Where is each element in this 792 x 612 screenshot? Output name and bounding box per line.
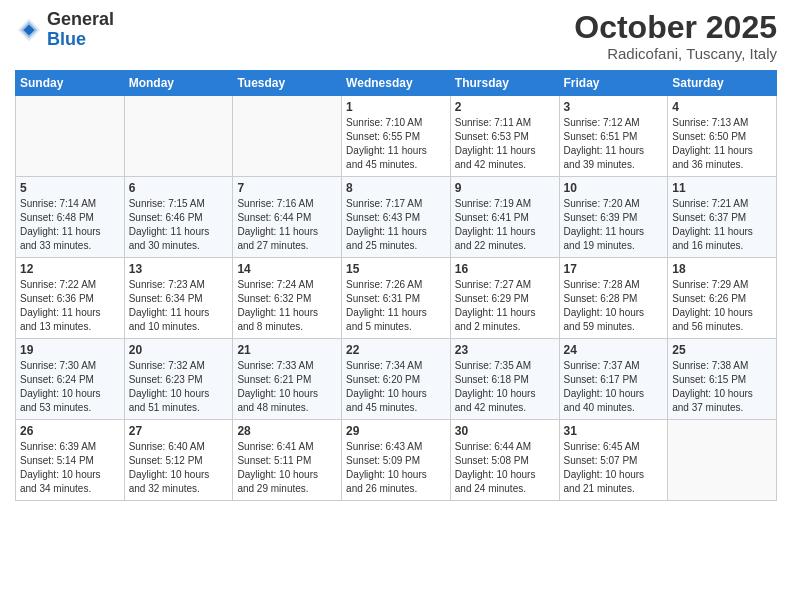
cell-sun-info: Sunrise: 6:45 AMSunset: 5:07 PMDaylight:…	[564, 440, 664, 496]
cell-sun-info: Sunrise: 7:29 AMSunset: 6:26 PMDaylight:…	[672, 278, 772, 334]
cell-sun-info: Sunrise: 7:27 AMSunset: 6:29 PMDaylight:…	[455, 278, 555, 334]
day-number: 19	[20, 343, 120, 357]
cell-sun-info: Sunrise: 7:11 AMSunset: 6:53 PMDaylight:…	[455, 116, 555, 172]
cell-sun-info: Sunrise: 7:26 AMSunset: 6:31 PMDaylight:…	[346, 278, 446, 334]
calendar-cell: 27Sunrise: 6:40 AMSunset: 5:12 PMDayligh…	[124, 420, 233, 501]
day-number: 6	[129, 181, 229, 195]
cell-sun-info: Sunrise: 7:13 AMSunset: 6:50 PMDaylight:…	[672, 116, 772, 172]
calendar-cell: 16Sunrise: 7:27 AMSunset: 6:29 PMDayligh…	[450, 258, 559, 339]
calendar-cell: 20Sunrise: 7:32 AMSunset: 6:23 PMDayligh…	[124, 339, 233, 420]
calendar-cell: 11Sunrise: 7:21 AMSunset: 6:37 PMDayligh…	[668, 177, 777, 258]
cell-sun-info: Sunrise: 7:37 AMSunset: 6:17 PMDaylight:…	[564, 359, 664, 415]
calendar-cell: 13Sunrise: 7:23 AMSunset: 6:34 PMDayligh…	[124, 258, 233, 339]
logo-text: General Blue	[47, 10, 114, 50]
calendar-week-row: 12Sunrise: 7:22 AMSunset: 6:36 PMDayligh…	[16, 258, 777, 339]
cell-sun-info: Sunrise: 6:43 AMSunset: 5:09 PMDaylight:…	[346, 440, 446, 496]
calendar-cell: 7Sunrise: 7:16 AMSunset: 6:44 PMDaylight…	[233, 177, 342, 258]
cell-sun-info: Sunrise: 7:15 AMSunset: 6:46 PMDaylight:…	[129, 197, 229, 253]
cell-sun-info: Sunrise: 7:19 AMSunset: 6:41 PMDaylight:…	[455, 197, 555, 253]
calendar-cell: 3Sunrise: 7:12 AMSunset: 6:51 PMDaylight…	[559, 96, 668, 177]
calendar-header-row: Sunday Monday Tuesday Wednesday Thursday…	[16, 71, 777, 96]
day-number: 17	[564, 262, 664, 276]
calendar-cell: 2Sunrise: 7:11 AMSunset: 6:53 PMDaylight…	[450, 96, 559, 177]
day-number: 13	[129, 262, 229, 276]
day-number: 15	[346, 262, 446, 276]
cell-sun-info: Sunrise: 7:10 AMSunset: 6:55 PMDaylight:…	[346, 116, 446, 172]
cell-sun-info: Sunrise: 7:28 AMSunset: 6:28 PMDaylight:…	[564, 278, 664, 334]
col-wednesday: Wednesday	[342, 71, 451, 96]
cell-sun-info: Sunrise: 6:41 AMSunset: 5:11 PMDaylight:…	[237, 440, 337, 496]
logo-blue-text: Blue	[47, 30, 114, 50]
calendar-cell: 6Sunrise: 7:15 AMSunset: 6:46 PMDaylight…	[124, 177, 233, 258]
title-block: October 2025 Radicofani, Tuscany, Italy	[574, 10, 777, 62]
col-sunday: Sunday	[16, 71, 125, 96]
day-number: 23	[455, 343, 555, 357]
day-number: 2	[455, 100, 555, 114]
header: General Blue October 2025 Radicofani, Tu…	[15, 10, 777, 62]
cell-sun-info: Sunrise: 7:35 AMSunset: 6:18 PMDaylight:…	[455, 359, 555, 415]
day-number: 4	[672, 100, 772, 114]
calendar-cell: 29Sunrise: 6:43 AMSunset: 5:09 PMDayligh…	[342, 420, 451, 501]
calendar-cell: 24Sunrise: 7:37 AMSunset: 6:17 PMDayligh…	[559, 339, 668, 420]
calendar-cell: 8Sunrise: 7:17 AMSunset: 6:43 PMDaylight…	[342, 177, 451, 258]
calendar-cell: 23Sunrise: 7:35 AMSunset: 6:18 PMDayligh…	[450, 339, 559, 420]
calendar-cell	[668, 420, 777, 501]
col-tuesday: Tuesday	[233, 71, 342, 96]
cell-sun-info: Sunrise: 7:38 AMSunset: 6:15 PMDaylight:…	[672, 359, 772, 415]
day-number: 11	[672, 181, 772, 195]
calendar-week-row: 19Sunrise: 7:30 AMSunset: 6:24 PMDayligh…	[16, 339, 777, 420]
day-number: 20	[129, 343, 229, 357]
cell-sun-info: Sunrise: 6:40 AMSunset: 5:12 PMDaylight:…	[129, 440, 229, 496]
day-number: 29	[346, 424, 446, 438]
logo-general-text: General	[47, 10, 114, 30]
day-number: 3	[564, 100, 664, 114]
calendar-cell: 15Sunrise: 7:26 AMSunset: 6:31 PMDayligh…	[342, 258, 451, 339]
day-number: 7	[237, 181, 337, 195]
cell-sun-info: Sunrise: 7:14 AMSunset: 6:48 PMDaylight:…	[20, 197, 120, 253]
calendar-cell: 19Sunrise: 7:30 AMSunset: 6:24 PMDayligh…	[16, 339, 125, 420]
calendar-cell: 4Sunrise: 7:13 AMSunset: 6:50 PMDaylight…	[668, 96, 777, 177]
logo-icon	[15, 16, 43, 44]
calendar-cell: 10Sunrise: 7:20 AMSunset: 6:39 PMDayligh…	[559, 177, 668, 258]
calendar-cell: 30Sunrise: 6:44 AMSunset: 5:08 PMDayligh…	[450, 420, 559, 501]
calendar-cell: 21Sunrise: 7:33 AMSunset: 6:21 PMDayligh…	[233, 339, 342, 420]
col-thursday: Thursday	[450, 71, 559, 96]
cell-sun-info: Sunrise: 7:22 AMSunset: 6:36 PMDaylight:…	[20, 278, 120, 334]
day-number: 5	[20, 181, 120, 195]
day-number: 10	[564, 181, 664, 195]
month-title: October 2025	[574, 10, 777, 45]
calendar-cell	[233, 96, 342, 177]
day-number: 8	[346, 181, 446, 195]
calendar-week-row: 1Sunrise: 7:10 AMSunset: 6:55 PMDaylight…	[16, 96, 777, 177]
calendar-cell: 9Sunrise: 7:19 AMSunset: 6:41 PMDaylight…	[450, 177, 559, 258]
col-friday: Friday	[559, 71, 668, 96]
calendar-cell: 14Sunrise: 7:24 AMSunset: 6:32 PMDayligh…	[233, 258, 342, 339]
calendar-cell: 26Sunrise: 6:39 AMSunset: 5:14 PMDayligh…	[16, 420, 125, 501]
day-number: 21	[237, 343, 337, 357]
col-monday: Monday	[124, 71, 233, 96]
day-number: 14	[237, 262, 337, 276]
calendar-week-row: 26Sunrise: 6:39 AMSunset: 5:14 PMDayligh…	[16, 420, 777, 501]
calendar-cell: 17Sunrise: 7:28 AMSunset: 6:28 PMDayligh…	[559, 258, 668, 339]
calendar-cell: 25Sunrise: 7:38 AMSunset: 6:15 PMDayligh…	[668, 339, 777, 420]
cell-sun-info: Sunrise: 7:33 AMSunset: 6:21 PMDaylight:…	[237, 359, 337, 415]
day-number: 18	[672, 262, 772, 276]
calendar-cell: 5Sunrise: 7:14 AMSunset: 6:48 PMDaylight…	[16, 177, 125, 258]
calendar-cell	[16, 96, 125, 177]
calendar-page: General Blue October 2025 Radicofani, Tu…	[0, 0, 792, 612]
day-number: 26	[20, 424, 120, 438]
cell-sun-info: Sunrise: 6:39 AMSunset: 5:14 PMDaylight:…	[20, 440, 120, 496]
cell-sun-info: Sunrise: 7:34 AMSunset: 6:20 PMDaylight:…	[346, 359, 446, 415]
cell-sun-info: Sunrise: 7:12 AMSunset: 6:51 PMDaylight:…	[564, 116, 664, 172]
day-number: 22	[346, 343, 446, 357]
calendar-cell: 12Sunrise: 7:22 AMSunset: 6:36 PMDayligh…	[16, 258, 125, 339]
calendar-cell: 28Sunrise: 6:41 AMSunset: 5:11 PMDayligh…	[233, 420, 342, 501]
day-number: 30	[455, 424, 555, 438]
calendar-table: Sunday Monday Tuesday Wednesday Thursday…	[15, 70, 777, 501]
day-number: 1	[346, 100, 446, 114]
cell-sun-info: Sunrise: 7:32 AMSunset: 6:23 PMDaylight:…	[129, 359, 229, 415]
day-number: 27	[129, 424, 229, 438]
day-number: 9	[455, 181, 555, 195]
logo: General Blue	[15, 10, 114, 50]
calendar-cell: 31Sunrise: 6:45 AMSunset: 5:07 PMDayligh…	[559, 420, 668, 501]
